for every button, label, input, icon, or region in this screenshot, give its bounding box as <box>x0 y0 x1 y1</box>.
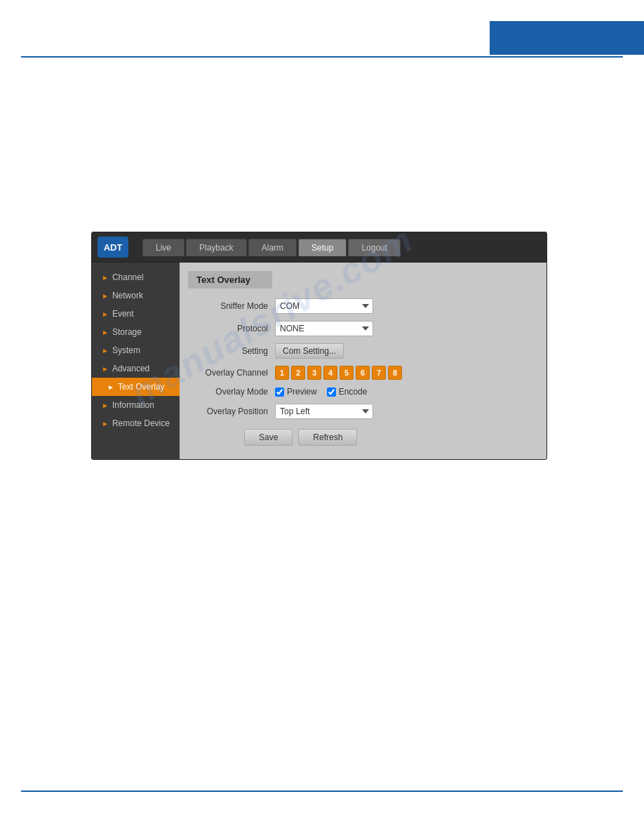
encode-checkbox[interactable] <box>327 388 336 397</box>
arrow-icon: ► <box>102 402 109 409</box>
arrow-icon: ► <box>102 329 109 336</box>
sidebar-label-channel: Channel <box>112 272 144 282</box>
dvr-sidebar: ► Channel ► Network ► Event ► Storage ► … <box>92 263 180 459</box>
sidebar-label-network: Network <box>112 291 143 300</box>
tab-playback[interactable]: Playback <box>186 239 247 256</box>
sidebar-item-channel[interactable]: ► Channel <box>92 268 180 286</box>
dvr-main: Text Overlay Sniffer Mode COM Protocol N… <box>180 263 546 459</box>
sidebar-label-advanced: Advanced <box>112 364 149 373</box>
arrow-icon: ► <box>102 310 109 318</box>
channel-btn-6[interactable]: 6 <box>356 366 370 380</box>
arrow-icon: ► <box>102 292 109 300</box>
arrow-icon: ► <box>102 347 109 355</box>
channel-buttons: 1 2 3 4 5 6 7 8 <box>275 366 402 380</box>
tab-setup[interactable]: Setup <box>298 239 347 256</box>
channel-btn-1[interactable]: 1 <box>275 366 289 380</box>
channel-btn-2[interactable]: 2 <box>291 366 305 380</box>
arrow-icon: ► <box>102 274 109 282</box>
channel-btn-8[interactable]: 8 <box>388 366 402 380</box>
sidebar-item-network[interactable]: ► Network <box>92 286 180 305</box>
protocol-select[interactable]: NONE <box>275 321 373 336</box>
arrow-icon-active: ► <box>107 383 114 391</box>
protocol-label: Protocol <box>191 324 275 333</box>
sidebar-item-information[interactable]: ► Information <box>92 396 180 414</box>
sidebar-item-storage[interactable]: ► Storage <box>92 323 180 341</box>
setting-row: Setting Com Setting... <box>188 343 538 359</box>
dvr-body: ► Channel ► Network ► Event ► Storage ► … <box>92 263 546 459</box>
sidebar-item-remote-device[interactable]: ► Remote Device <box>92 414 180 432</box>
sidebar-label-system: System <box>112 345 140 355</box>
sidebar-label-event: Event <box>112 309 134 319</box>
encode-checkbox-item: Encode <box>327 387 368 397</box>
overlay-position-select[interactable]: Top Left Top Right Bottom Left Bottom Ri… <box>275 404 373 419</box>
overlay-mode-label: Overlay Mode <box>191 387 275 397</box>
dvr-ui: ADT Live Playback Alarm Setup Logout ► C… <box>91 232 547 460</box>
nav-tabs: Live Playback Alarm Setup Logout <box>137 239 541 256</box>
channel-btn-5[interactable]: 5 <box>340 366 354 380</box>
action-buttons: Save Refresh <box>188 429 538 446</box>
com-setting-button[interactable]: Com Setting... <box>275 343 344 359</box>
protocol-row: Protocol NONE <box>188 321 538 336</box>
adt-logo: ADT <box>98 237 128 258</box>
sidebar-label-text-overlay: Text Overlay <box>118 382 165 392</box>
arrow-icon: ► <box>102 420 109 428</box>
sniffer-mode-row: Sniffer Mode COM <box>188 298 538 314</box>
overlay-mode-row: Overlay Mode Preview Encode <box>188 387 538 397</box>
overlay-position-label: Overlay Position <box>191 406 275 416</box>
sidebar-item-event[interactable]: ► Event <box>92 305 180 323</box>
preview-label: Preview <box>287 387 317 397</box>
arrow-icon: ► <box>102 365 109 373</box>
section-title: Text Overlay <box>188 271 272 289</box>
channel-btn-4[interactable]: 4 <box>323 366 337 380</box>
sniffer-mode-select[interactable]: COM <box>275 298 373 314</box>
sidebar-label-remote-device: Remote Device <box>112 418 170 428</box>
sniffer-mode-label: Sniffer Mode <box>191 301 275 311</box>
overlay-channel-label: Overlay Channel <box>191 368 275 378</box>
encode-label: Encode <box>339 387 368 397</box>
sidebar-item-text-overlay[interactable]: ► Text Overlay <box>92 378 180 396</box>
channel-btn-7[interactable]: 7 <box>372 366 386 380</box>
sidebar-label-storage: Storage <box>112 327 142 337</box>
bottom-rule <box>21 790 623 792</box>
overlay-channel-row: Overlay Channel 1 2 3 4 5 6 7 8 <box>188 366 538 380</box>
tab-live[interactable]: Live <box>142 239 185 256</box>
dvr-header: ADT Live Playback Alarm Setup Logout <box>92 232 546 263</box>
sidebar-label-information: Information <box>112 400 154 410</box>
preview-checkbox-item: Preview <box>275 387 317 397</box>
setting-label: Setting <box>191 346 275 356</box>
refresh-button[interactable]: Refresh <box>298 429 357 446</box>
overlay-position-row: Overlay Position Top Left Top Right Bott… <box>188 404 538 419</box>
sidebar-item-advanced[interactable]: ► Advanced <box>92 359 180 378</box>
tab-alarm[interactable]: Alarm <box>248 239 297 256</box>
preview-checkbox[interactable] <box>275 388 284 397</box>
save-button[interactable]: Save <box>244 429 293 446</box>
top-bar <box>490 21 644 55</box>
overlay-mode-checkboxes: Preview Encode <box>275 387 367 397</box>
sidebar-item-system[interactable]: ► System <box>92 341 180 359</box>
channel-btn-3[interactable]: 3 <box>307 366 321 380</box>
tab-logout[interactable]: Logout <box>348 239 401 256</box>
top-rule <box>21 56 623 58</box>
